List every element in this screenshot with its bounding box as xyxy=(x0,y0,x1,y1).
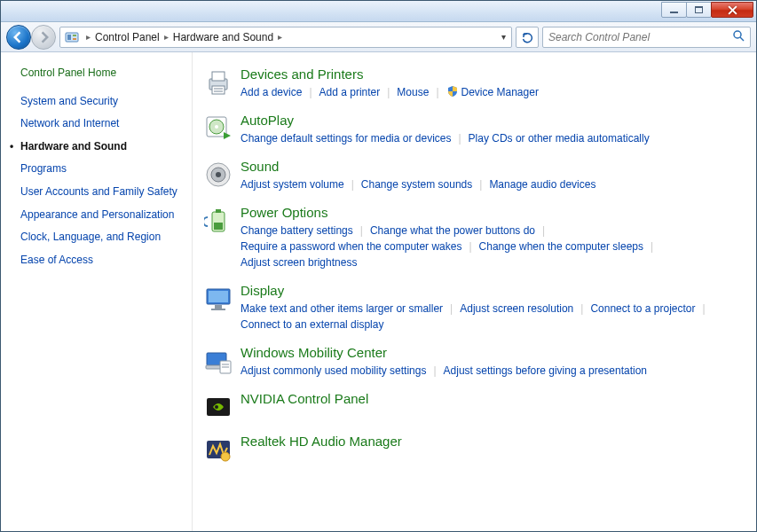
content-area: Devices and PrintersAdd a device|Add a p… xyxy=(192,52,756,531)
task-link[interactable]: Connect to an external display xyxy=(241,317,383,332)
uac-shield-icon xyxy=(446,85,459,98)
close-button[interactable] xyxy=(711,2,753,18)
search-box[interactable] xyxy=(542,27,751,48)
realtek-icon xyxy=(201,434,235,464)
task-link[interactable]: Make text and other items larger or smal… xyxy=(241,301,443,317)
task-link[interactable]: Play CDs or other media automatically xyxy=(469,130,650,146)
mobility-icon xyxy=(201,345,235,375)
task-link[interactable]: Adjust settings before giving a presenta… xyxy=(444,363,647,379)
svg-point-33 xyxy=(221,452,230,461)
sidebar-items: System and SecurityNetwork and InternetH… xyxy=(20,95,183,268)
task-link[interactable]: Adjust system volume xyxy=(241,176,344,192)
sidebar-home[interactable]: Control Panel Home xyxy=(20,66,183,81)
svg-rect-7 xyxy=(212,72,225,81)
separator: | xyxy=(436,84,438,100)
category-links: Adjust commonly used mobility settings|A… xyxy=(241,363,745,379)
task-link[interactable]: Change when the computer sleeps xyxy=(479,239,643,254)
task-link[interactable]: Change system sounds xyxy=(361,176,472,192)
task-link[interactable]: Add a printer xyxy=(319,84,381,100)
svg-line-5 xyxy=(740,37,744,41)
svg-point-4 xyxy=(734,31,741,38)
separator: | xyxy=(580,301,583,317)
separator: | xyxy=(387,84,390,100)
chevron-down-icon[interactable]: ▾ xyxy=(501,32,506,42)
task-link[interactable]: Mouse xyxy=(397,84,429,100)
sidebar-item-system-and-security[interactable]: System and Security xyxy=(20,95,183,109)
svg-rect-19 xyxy=(216,209,221,213)
chevron-right-icon: ▸ xyxy=(86,32,91,42)
sidebar-item-hardware-and-sound[interactable]: Hardware and Sound xyxy=(20,140,183,154)
category-windows-mobility-center: Windows Mobility CenterAdjust commonly u… xyxy=(201,345,745,379)
breadcrumb-item[interactable]: Hardware and Sound xyxy=(173,31,273,43)
task-link[interactable]: Adjust screen resolution xyxy=(460,301,573,317)
category-realtek-hd-audio-manager: Realtek HD Audio Manager xyxy=(201,434,745,464)
maximize-button[interactable] xyxy=(686,2,712,18)
back-button[interactable] xyxy=(6,25,31,50)
svg-rect-1 xyxy=(67,35,71,40)
body: Control Panel Home System and SecurityNe… xyxy=(1,52,756,531)
forward-button[interactable] xyxy=(31,25,56,50)
svg-rect-23 xyxy=(215,305,222,309)
category-links: Add a device|Add a printer|Mouse|Device … xyxy=(241,84,745,100)
svg-point-13 xyxy=(215,125,218,129)
minimize-button[interactable] xyxy=(661,2,687,18)
task-link[interactable]: Require a password when the computer wak… xyxy=(241,239,461,254)
category-nvidia-control-panel: NVIDIA Control Panel xyxy=(201,391,745,421)
separator: | xyxy=(479,176,482,192)
category-title[interactable]: Sound xyxy=(241,159,745,174)
separator: | xyxy=(360,223,363,239)
separator: | xyxy=(542,223,545,239)
category-title[interactable]: Windows Mobility Center xyxy=(241,345,745,360)
sidebar-item-ease-of-access[interactable]: Ease of Access xyxy=(20,254,183,268)
task-link[interactable]: Adjust screen brightness xyxy=(241,254,357,270)
task-link[interactable]: Adjust commonly used mobility settings xyxy=(241,363,426,379)
separator: | xyxy=(703,301,706,317)
refresh-icon xyxy=(521,31,533,43)
sidebar-item-network-and-internet[interactable]: Network and Internet xyxy=(20,117,183,131)
task-link[interactable]: Add a device xyxy=(241,84,302,100)
separator: | xyxy=(450,301,453,317)
category-links: Change battery settings|Change what the … xyxy=(241,223,745,270)
category-links: Change default settings for media or dev… xyxy=(241,130,745,146)
nvidia-icon xyxy=(201,391,235,421)
svg-rect-3 xyxy=(73,38,76,40)
chevron-right-icon: ▸ xyxy=(278,32,282,42)
address-bar-row: ▸ Control Panel ▸ Hardware and Sound ▸ ▾ xyxy=(1,22,756,52)
control-panel-window: ▸ Control Panel ▸ Hardware and Sound ▸ ▾… xyxy=(0,0,757,532)
separator: | xyxy=(309,84,311,100)
separator: | xyxy=(433,363,436,379)
battery-icon xyxy=(201,205,235,235)
chevron-right-icon: ▸ xyxy=(164,32,169,42)
breadcrumb-item[interactable]: Control Panel xyxy=(95,31,160,43)
nav-buttons xyxy=(6,25,56,50)
sidebar: Control Panel Home System and SecurityNe… xyxy=(1,52,192,531)
printer-icon xyxy=(201,66,235,97)
category-devices-and-printers: Devices and PrintersAdd a device|Add a p… xyxy=(201,66,745,100)
category-title[interactable]: Devices and Printers xyxy=(241,66,745,82)
category-title[interactable]: NVIDIA Control Panel xyxy=(241,391,745,406)
category-sound: SoundAdjust system volume|Change system … xyxy=(201,159,745,192)
task-link[interactable]: Device Manager xyxy=(446,84,539,100)
svg-rect-22 xyxy=(209,291,228,302)
sidebar-item-clock-language-and-region[interactable]: Clock, Language, and Region xyxy=(20,231,183,245)
task-link[interactable]: Manage audio devices xyxy=(489,176,595,192)
category-title[interactable]: AutoPlay xyxy=(241,113,745,128)
separator: | xyxy=(651,239,653,254)
refresh-button[interactable] xyxy=(516,27,539,48)
svg-point-17 xyxy=(216,172,221,177)
svg-rect-8 xyxy=(212,86,225,94)
category-display: DisplayMake text and other items larger … xyxy=(201,283,745,332)
sidebar-item-appearance-and-personalization[interactable]: Appearance and Personalization xyxy=(20,208,183,223)
category-title[interactable]: Realtek HD Audio Manager xyxy=(241,434,745,449)
sidebar-item-programs[interactable]: Programs xyxy=(20,162,183,176)
category-title[interactable]: Power Options xyxy=(241,205,745,220)
sidebar-item-user-accounts-and-family-safety[interactable]: User Accounts and Family Safety xyxy=(20,185,183,200)
task-link[interactable]: Connect to a projector xyxy=(590,301,695,317)
search-input[interactable] xyxy=(548,31,732,43)
task-link[interactable]: Change default settings for media or dev… xyxy=(241,130,451,146)
arrow-right-icon xyxy=(37,31,50,43)
task-link[interactable]: Change battery settings xyxy=(241,223,353,239)
task-link[interactable]: Change what the power buttons do xyxy=(370,223,535,239)
category-title[interactable]: Display xyxy=(241,283,745,298)
breadcrumb[interactable]: ▸ Control Panel ▸ Hardware and Sound ▸ ▾ xyxy=(59,27,512,48)
